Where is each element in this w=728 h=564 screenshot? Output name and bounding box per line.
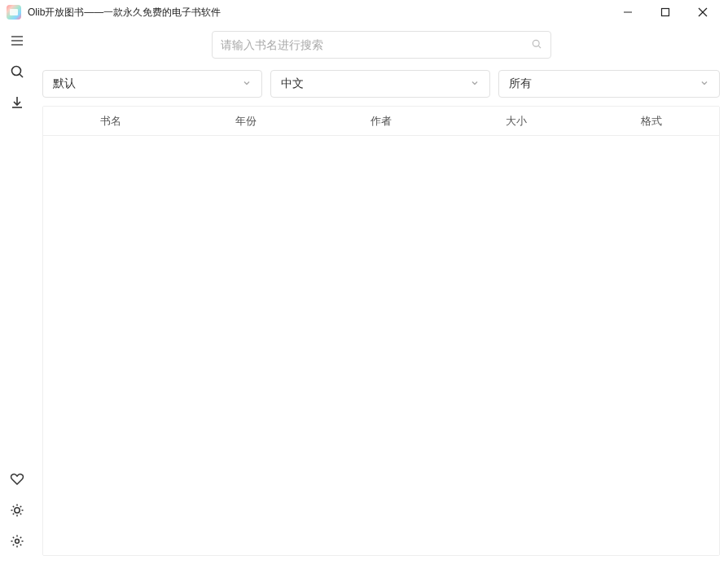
maximize-button[interactable] xyxy=(647,0,684,24)
gear-icon xyxy=(10,534,24,549)
chevron-down-icon xyxy=(470,77,480,90)
search-icon xyxy=(10,64,24,79)
close-button[interactable] xyxy=(684,0,721,24)
svg-rect-1 xyxy=(662,9,669,16)
search-input[interactable] xyxy=(221,38,531,51)
svg-point-20 xyxy=(15,540,20,544)
column-header-name[interactable]: 书名 xyxy=(43,107,178,135)
brightness-icon xyxy=(10,503,24,518)
titlebar-left: Olib开放图书——一款永久免费的电子书软件 xyxy=(7,5,221,20)
sort-select[interactable]: 默认 xyxy=(42,70,262,98)
svg-line-16 xyxy=(13,506,14,507)
favorites-button[interactable] xyxy=(9,471,25,487)
window-title: Olib开放图书——一款永久免费的电子书软件 xyxy=(28,6,221,20)
download-icon xyxy=(10,95,24,110)
column-header-size[interactable]: 大小 xyxy=(449,107,584,135)
menu-button[interactable] xyxy=(9,33,25,49)
minimize-icon xyxy=(623,7,633,17)
heart-icon xyxy=(10,472,24,487)
main-content: 默认 中文 所有 书名 年份 作者 xyxy=(34,24,728,564)
column-header-format[interactable]: 格式 xyxy=(584,107,719,135)
format-select-label: 所有 xyxy=(509,77,532,91)
search-box[interactable] xyxy=(212,31,551,59)
hamburger-icon xyxy=(10,33,24,48)
search-sidebar-button[interactable] xyxy=(9,63,25,80)
close-icon xyxy=(698,7,708,17)
settings-button[interactable] xyxy=(9,533,25,549)
svg-line-22 xyxy=(538,46,541,48)
language-select-label: 中文 xyxy=(281,77,304,91)
svg-line-17 xyxy=(20,514,21,514)
svg-point-11 xyxy=(15,508,20,513)
svg-line-19 xyxy=(13,514,14,514)
download-sidebar-button[interactable] xyxy=(9,94,25,111)
column-header-author[interactable]: 作者 xyxy=(314,107,449,135)
table-body xyxy=(43,136,719,555)
svg-line-18 xyxy=(20,506,21,507)
sidebar xyxy=(0,24,34,564)
svg-line-8 xyxy=(20,74,23,77)
app-logo-icon xyxy=(7,5,21,20)
svg-point-21 xyxy=(533,40,539,46)
column-header-year[interactable]: 年份 xyxy=(178,107,314,135)
titlebar: Olib开放图书——一款永久免费的电子书软件 xyxy=(0,0,728,24)
svg-point-7 xyxy=(12,67,21,76)
sort-select-label: 默认 xyxy=(53,77,76,91)
filter-row: 默认 中文 所有 xyxy=(42,70,720,98)
language-select[interactable]: 中文 xyxy=(270,70,490,98)
search-submit-icon[interactable] xyxy=(531,38,542,52)
table-header: 书名 年份 作者 大小 格式 xyxy=(43,107,719,136)
maximize-icon xyxy=(660,7,670,17)
window-controls xyxy=(609,0,721,24)
format-select[interactable]: 所有 xyxy=(498,70,720,98)
chevron-down-icon xyxy=(242,77,252,90)
chevron-down-icon xyxy=(699,77,709,90)
theme-button[interactable] xyxy=(9,502,25,518)
minimize-button[interactable] xyxy=(609,0,647,24)
results-table: 书名 年份 作者 大小 格式 xyxy=(42,106,720,556)
